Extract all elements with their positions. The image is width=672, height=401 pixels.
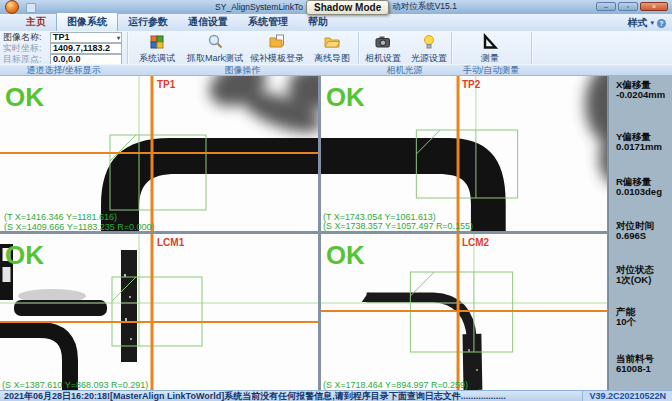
app-orb-icon[interactable] bbox=[5, 0, 19, 14]
camera-icon bbox=[374, 33, 392, 51]
coord-line-s: (S X=1409.666 Y=1183.235 R=0.000) bbox=[4, 222, 155, 232]
menu-item-home[interactable]: 主页 bbox=[16, 13, 56, 31]
cube-icon bbox=[148, 33, 166, 51]
system-debug-button[interactable]: 系统调试 bbox=[131, 33, 183, 65]
menu-item-image-system[interactable]: 图像系统 bbox=[56, 12, 118, 31]
camera-view-lcm2[interactable]: OK LCM2 (S X=1718.464 Y=894.997 R=0.259) bbox=[321, 234, 607, 390]
backup-template-login-button[interactable]: 候补模板登录 bbox=[248, 33, 306, 65]
shadow-blob bbox=[585, 76, 607, 186]
style-button[interactable]: 样式 bbox=[627, 16, 647, 30]
part-number-value: 61008-1 bbox=[616, 363, 651, 374]
grab-mark-test-button[interactable]: 抓取Mark测试 bbox=[182, 33, 248, 65]
shadow-blob bbox=[202, 76, 318, 140]
ribbon-toolbar: 图像名称: TP1 ▾ 实时坐标: 1409.7,1183.2 目标原点: 0.… bbox=[0, 31, 672, 76]
menu-item-run-params[interactable]: 运行参数 bbox=[118, 13, 178, 31]
window-title-suffix: 动对位系统V15.1 bbox=[392, 1, 457, 13]
minimize-button[interactable]: – bbox=[596, 2, 616, 11]
realtime-coord-field[interactable]: 1409.7,1183.2 bbox=[50, 43, 122, 54]
menu-item-system-mgmt[interactable]: 系统管理 bbox=[238, 13, 298, 31]
mask-edge-shape bbox=[101, 138, 318, 231]
status-ok: OK bbox=[326, 83, 365, 111]
camera-settings-button[interactable]: 相机设置 bbox=[361, 33, 405, 65]
results-panel: X偏移量 -0.0204mm Y偏移量 0.0171mm R偏移量 0.0103… bbox=[608, 76, 672, 390]
help-icon[interactable]: ? bbox=[657, 19, 666, 28]
coord-line-s: (S X=1387.610 Y=868.093 R=0.291) bbox=[2, 380, 148, 390]
close-button[interactable]: × bbox=[640, 2, 668, 11]
window-title-prefix: SY_AlignSystemLinkTo bbox=[215, 2, 303, 12]
coord-line-t: (T X=1416.346 Y=1181.616) bbox=[4, 212, 117, 222]
status-message: 2021年06月28日16:20:18![MasterAlign LinkToW… bbox=[4, 391, 506, 401]
camera-tag: LCM1 bbox=[157, 237, 185, 248]
camera-tag: LCM2 bbox=[462, 237, 489, 248]
group-label-measure: 手动/自动测量 bbox=[451, 65, 531, 76]
group-label-image-ops: 图像操作 bbox=[127, 65, 358, 76]
app-window: SY_AlignSystemLinkTo Shadow Mode 动对位系统V1… bbox=[0, 0, 672, 401]
ribbon-group-strip: 通道选择/坐标显示 图像操作 相机光源 手动/自动测量 bbox=[0, 64, 672, 75]
group-label-channel: 通道选择/坐标显示 bbox=[0, 65, 127, 76]
combo-arrow-icon[interactable]: ▾ bbox=[117, 34, 120, 43]
template-folder-icon bbox=[268, 33, 286, 51]
magnifier-icon bbox=[206, 33, 224, 51]
maximize-button[interactable]: ▫ bbox=[618, 2, 638, 11]
offline-map-button[interactable]: 离线导图 bbox=[309, 33, 355, 65]
group-label-camera-light: 相机光源 bbox=[358, 65, 451, 76]
menu-item-comm-settings[interactable]: 通信设置 bbox=[178, 13, 238, 31]
y-offset-value: 0.0171mm bbox=[616, 141, 662, 152]
status-ok: OK bbox=[326, 241, 365, 269]
image-name-combobox[interactable]: TP1 ▾ bbox=[50, 32, 122, 43]
align-time-value: 0.696S bbox=[616, 230, 646, 241]
camera-view-lcm1[interactable]: OK LCM1 (S X=1387.610 Y=868.093 R=0.291) bbox=[0, 234, 318, 390]
align-status-value: 1次(OK) bbox=[616, 274, 651, 287]
coord-line-s: (S X=1718.464 Y=894.997 R=0.259) bbox=[323, 380, 468, 390]
camera-tag: TP1 bbox=[157, 79, 176, 90]
bulb-icon bbox=[420, 33, 438, 51]
x-offset-value: -0.0204mm bbox=[616, 89, 665, 100]
camera-view-tp2[interactable]: OK TP2 (T X=1743.054 Y=1061.613) (S X=17… bbox=[321, 76, 607, 231]
image-name-value: TP1 bbox=[53, 32, 70, 42]
shadow-mode-badge: Shadow Mode bbox=[306, 0, 389, 15]
open-folder-icon bbox=[323, 33, 341, 51]
menu-bar: 主页 图像系统 运行参数 通信设置 系统管理 帮助 bbox=[0, 14, 672, 31]
coord-line-s: (S X=1738.357 Y=1057.497 R=0.155) bbox=[323, 221, 473, 231]
version-label: V39.2C20210522N bbox=[582, 391, 672, 401]
status-bar: 2021年06月28日16:20:18![MasterAlign LinkToW… bbox=[0, 390, 672, 401]
camera-view-tp1[interactable]: OK TP1 (T X=1416.346 Y=1181.616) (S X=14… bbox=[0, 76, 318, 231]
r-offset-value: 0.0103deg bbox=[616, 186, 662, 197]
status-ok: OK bbox=[5, 82, 44, 112]
light-settings-button[interactable]: 测量 光源设置 bbox=[407, 33, 451, 65]
style-caret-icon[interactable]: ▾ bbox=[650, 19, 654, 27]
measure-icon bbox=[481, 33, 499, 51]
status-ok: OK bbox=[5, 240, 44, 270]
camera-tag: TP2 bbox=[462, 79, 481, 90]
capacity-value: 10个 bbox=[616, 316, 636, 329]
menu-item-help[interactable]: 帮助 bbox=[298, 13, 338, 31]
measure-button[interactable]: 测量 bbox=[468, 33, 512, 65]
pcb-edge-shapes bbox=[362, 292, 478, 390]
